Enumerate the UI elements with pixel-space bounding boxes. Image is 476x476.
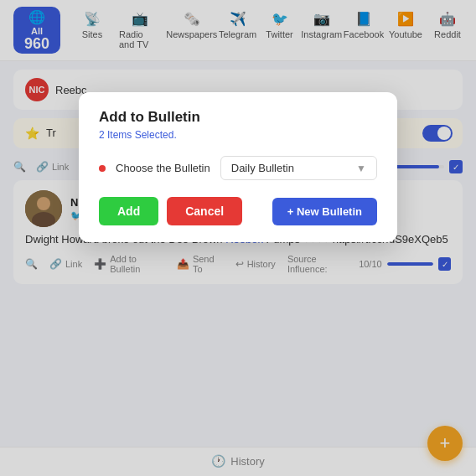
- modal-subtitle: 2 Items Selected.: [99, 129, 377, 141]
- add-button[interactable]: Add: [99, 197, 158, 225]
- dropdown-value: Daily Bulletin: [231, 162, 294, 174]
- modal-row: Choose the Bulletin Daily Bulletin ▼: [99, 156, 377, 180]
- bulletin-dropdown[interactable]: Daily Bulletin ▼: [220, 156, 377, 180]
- cancel-button[interactable]: Cancel: [167, 197, 242, 225]
- modal-actions: Add Cancel + New Bulletin: [99, 197, 377, 225]
- modal-title: Add to Bulletin: [99, 109, 377, 126]
- add-to-bulletin-modal: Add to Bulletin 2 Items Selected. Choose…: [79, 92, 397, 242]
- new-bulletin-button[interactable]: + New Bulletin: [272, 198, 377, 225]
- chevron-down-icon: ▼: [356, 163, 366, 174]
- required-dot: [99, 165, 106, 172]
- modal-overlay: Add to Bulletin 2 Items Selected. Choose…: [0, 0, 476, 476]
- choose-bulletin-label: Choose the Bulletin: [116, 162, 210, 174]
